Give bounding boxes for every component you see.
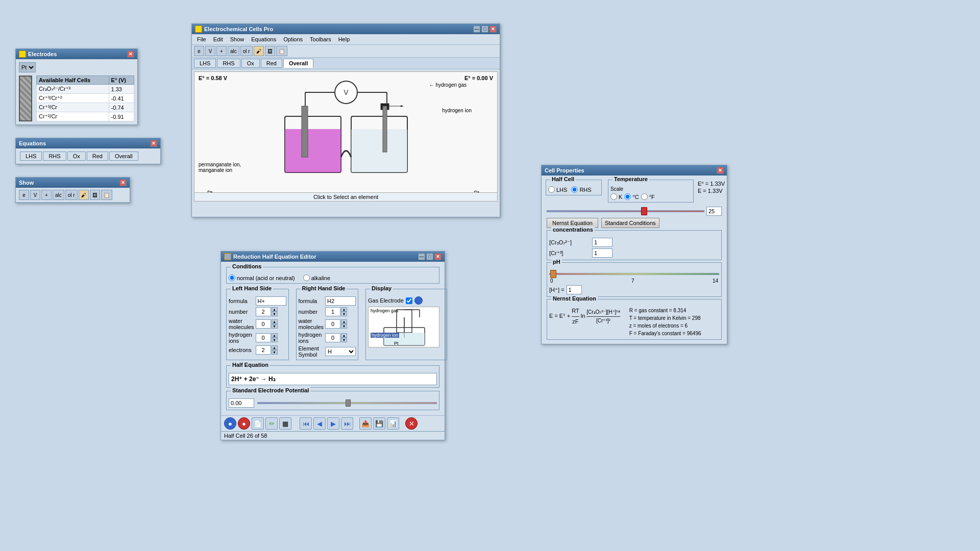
main-close[interactable]: ✕ xyxy=(489,26,497,33)
tb-paint[interactable]: 🖌 xyxy=(254,46,264,56)
show-close[interactable]: ✕ xyxy=(119,179,127,186)
lhs-number-input[interactable] xyxy=(256,307,271,316)
half-eq-maximize[interactable]: □ xyxy=(426,253,433,260)
table-row[interactable]: Cr⁺²/Cr -0.91 xyxy=(37,112,134,121)
btn-table[interactable]: ▦ xyxy=(279,417,291,430)
btn-nav4[interactable]: ⏭ xyxy=(341,417,353,430)
menu-equations[interactable]: Equations xyxy=(248,35,279,43)
eq-tab-red[interactable]: Red xyxy=(87,152,108,161)
cr2o7-input[interactable] xyxy=(592,238,612,247)
f-radio[interactable] xyxy=(641,193,648,200)
alkaline-radio-label[interactable]: alkaline xyxy=(303,274,330,281)
normal-radio-label[interactable]: normal (acid or neutral) xyxy=(229,274,295,281)
cell-props-close[interactable]: ✕ xyxy=(717,167,724,174)
tab-rhs[interactable]: RHS xyxy=(217,59,240,68)
table-row[interactable]: Cr⁺³/Cr -0.74 xyxy=(37,103,134,112)
normal-radio[interactable] xyxy=(229,274,235,281)
equations-controls[interactable]: ✕ xyxy=(150,140,157,147)
btn-close-red[interactable]: ✕ xyxy=(405,417,418,430)
show-color-btn[interactable]: 🖌 xyxy=(79,190,89,200)
lhs-water-input[interactable] xyxy=(256,319,271,329)
btn-chart[interactable]: 📊 xyxy=(387,417,399,430)
celsius-radio[interactable] xyxy=(624,193,631,200)
btn-open[interactable]: 📄 xyxy=(252,417,264,430)
rhs-number-input[interactable] xyxy=(325,307,340,316)
tb-doc[interactable]: 📋 xyxy=(276,46,287,56)
rhs-hydrogen-up[interactable]: ▲ xyxy=(341,333,347,338)
tb-v[interactable]: V xyxy=(205,46,215,56)
standard-conditions-button[interactable]: Standard Conditions xyxy=(601,218,659,228)
main-minimize[interactable]: — xyxy=(473,26,480,33)
show-alc-btn[interactable]: alc xyxy=(53,190,64,200)
btn-nav3[interactable]: ▶ xyxy=(327,417,339,430)
gas-electrode-checkbox[interactable] xyxy=(406,297,412,304)
table-row[interactable]: Cr⁺³/Cr⁺² -0.41 xyxy=(37,94,134,103)
f-radio-label[interactable]: °F xyxy=(641,193,655,200)
element-symbol-select[interactable]: H O xyxy=(325,347,356,356)
celsius-radio-label[interactable]: °C xyxy=(624,193,639,200)
rhs-water-down[interactable]: ▼ xyxy=(341,324,347,329)
show-controls[interactable]: ✕ xyxy=(119,179,127,186)
electrode-type-select[interactable]: Pt xyxy=(19,62,36,72)
show-doc-btn[interactable]: 📋 xyxy=(101,190,112,200)
lhs-electrons-down[interactable]: ▼ xyxy=(272,350,278,355)
rhs-radio-label[interactable]: RHS xyxy=(571,186,591,193)
show-plus-btn[interactable]: + xyxy=(41,190,52,200)
menu-edit[interactable]: Edit xyxy=(210,35,226,43)
main-maximize[interactable]: □ xyxy=(481,26,488,33)
lhs-radio-label[interactable]: LHS xyxy=(548,186,567,193)
lhs-electrons-input[interactable] xyxy=(256,345,271,355)
h-plus-input[interactable] xyxy=(567,285,582,294)
temp-value-input[interactable] xyxy=(706,207,722,216)
half-eq-controls[interactable]: — □ ✕ xyxy=(418,253,442,260)
tab-ox[interactable]: Ox xyxy=(241,59,260,68)
alkaline-radio[interactable] xyxy=(303,274,310,281)
btn-delete[interactable]: ● xyxy=(238,417,250,430)
tab-lhs[interactable]: LHS xyxy=(194,59,216,68)
k-radio[interactable] xyxy=(610,193,617,200)
cell-props-controls[interactable]: ✕ xyxy=(717,167,724,174)
tab-red[interactable]: Red xyxy=(261,59,282,68)
btn-save[interactable]: 💾 xyxy=(373,417,385,430)
half-eq-close[interactable]: ✕ xyxy=(434,253,442,260)
sep-slider-thumb[interactable] xyxy=(346,399,351,407)
rhs-formula-input[interactable] xyxy=(325,296,356,306)
tb-e[interactable]: e xyxy=(194,46,204,56)
eq-tab-lhs[interactable]: LHS xyxy=(20,152,42,161)
rhs-hydrogen-down[interactable]: ▼ xyxy=(341,338,347,342)
tb-olr[interactable]: ol r xyxy=(240,46,253,56)
show-v-btn[interactable]: V xyxy=(30,190,40,200)
rhs-hydrogen-input[interactable] xyxy=(325,333,340,342)
main-controls[interactable]: — □ ✕ xyxy=(473,26,497,33)
btn-nav1[interactable]: ⏮ xyxy=(300,417,312,430)
lhs-hydrogen-down[interactable]: ▼ xyxy=(272,338,278,342)
temp-slider-thumb[interactable] xyxy=(641,207,647,215)
electrodes-controls[interactable]: ✕ xyxy=(127,51,134,58)
rhs-number-up[interactable]: ▲ xyxy=(341,307,347,312)
btn-export[interactable]: 📤 xyxy=(359,417,372,430)
lhs-water-up[interactable]: ▲ xyxy=(272,319,278,324)
show-img-btn[interactable]: 🖼 xyxy=(90,190,100,200)
show-olr-btn[interactable]: ol r xyxy=(65,190,78,200)
electrodes-close[interactable]: ✕ xyxy=(127,51,134,58)
lhs-number-up[interactable]: ▲ xyxy=(272,307,278,312)
lhs-water-down[interactable]: ▼ xyxy=(272,324,278,329)
equations-close[interactable]: ✕ xyxy=(150,140,157,147)
lhs-formula-input[interactable] xyxy=(256,296,286,306)
half-eq-minimize[interactable]: — xyxy=(418,253,425,260)
btn-new[interactable]: ● xyxy=(224,417,236,430)
ph-slider-thumb[interactable] xyxy=(550,270,556,278)
lhs-hydrogen-up[interactable]: ▲ xyxy=(272,333,278,338)
btn-nav2[interactable]: ◀ xyxy=(313,417,326,430)
menu-help[interactable]: Help xyxy=(335,35,353,43)
show-e-btn[interactable]: e xyxy=(19,190,29,200)
lhs-hydrogen-input[interactable] xyxy=(256,333,271,342)
sep-input[interactable] xyxy=(229,398,254,408)
lhs-radio[interactable] xyxy=(548,186,555,193)
rhs-radio[interactable] xyxy=(571,186,578,193)
k-radio-label[interactable]: K xyxy=(610,193,622,200)
tb-alc[interactable]: alc xyxy=(228,46,239,56)
rhs-water-up[interactable]: ▲ xyxy=(341,319,347,324)
tab-overall[interactable]: Overall xyxy=(283,59,313,68)
tb-plus[interactable]: + xyxy=(216,46,227,56)
